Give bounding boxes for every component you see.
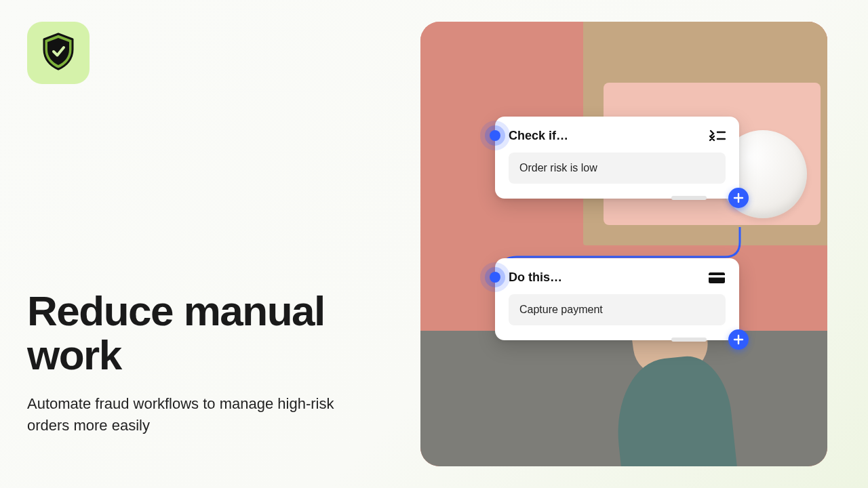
- card-footer-handle: [671, 338, 707, 342]
- right-column: Check if… Order risk is low: [420, 0, 868, 488]
- checklist-icon: [709, 129, 726, 143]
- card-footer-handle: [671, 196, 707, 200]
- app-icon: [27, 22, 90, 84]
- card-title: Do this…: [509, 270, 562, 285]
- card-title: Check if…: [509, 129, 568, 143]
- node-dot-icon: [490, 272, 500, 283]
- page: Reduce manual work Automate fraud workfl…: [0, 0, 868, 488]
- card-body: Capture payment: [509, 294, 726, 325]
- svg-rect-2: [709, 272, 725, 283]
- subtitle: Automate fraud workflows to manage high-…: [27, 393, 380, 436]
- svg-rect-3: [709, 275, 725, 278]
- node-dot-icon: [490, 130, 500, 141]
- headline: Reduce manual work: [27, 289, 393, 377]
- hero-image: Check if… Order risk is low: [420, 22, 827, 466]
- workflow-cards: Check if… Order risk is low: [495, 117, 739, 340]
- credit-card-icon: [708, 272, 726, 284]
- add-step-button[interactable]: [728, 188, 749, 208]
- left-column: Reduce manual work Automate fraud workfl…: [0, 0, 420, 488]
- card-header: Do this…: [509, 270, 726, 285]
- card-header: Check if…: [509, 129, 726, 143]
- add-step-button[interactable]: [728, 329, 749, 350]
- workflow-card-action[interactable]: Do this… Capture payment: [495, 258, 739, 340]
- shield-check-icon: [40, 32, 77, 74]
- workflow-card-check[interactable]: Check if… Order risk is low: [495, 117, 739, 199]
- card-body: Order risk is low: [509, 152, 726, 184]
- hero-sleeve: [610, 352, 739, 466]
